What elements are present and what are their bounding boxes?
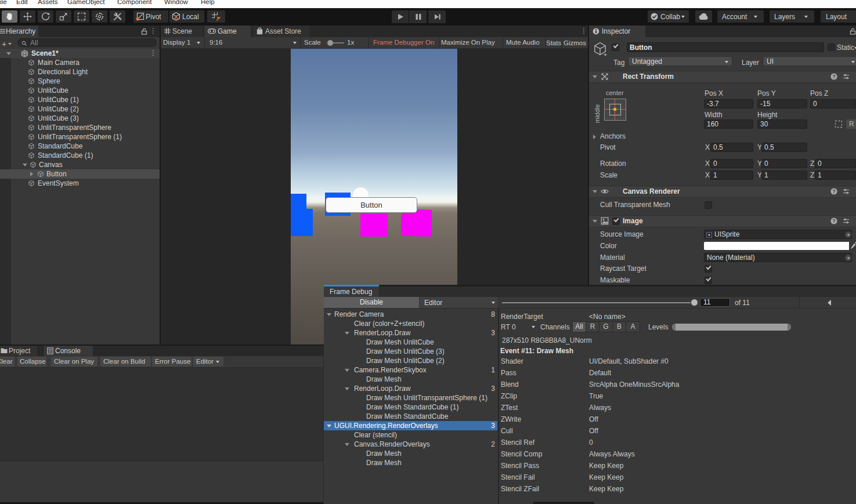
- svg-text:?: ?: [832, 74, 835, 79]
- svg-text:?: ?: [832, 218, 835, 224]
- svg-text:?: ?: [832, 188, 835, 194]
